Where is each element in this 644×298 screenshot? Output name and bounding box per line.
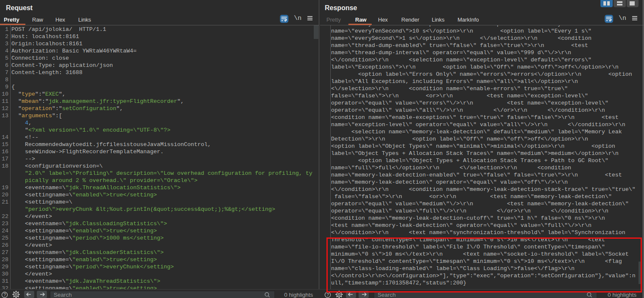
svg-text:?: ? — [326, 292, 329, 297]
svg-text:?: ? — [3, 292, 6, 297]
